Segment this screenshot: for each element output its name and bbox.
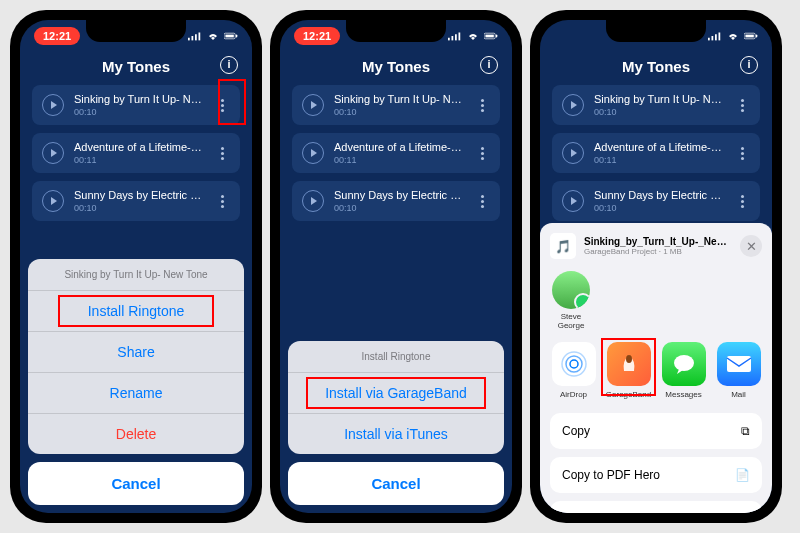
more-options-button[interactable] [734, 99, 750, 112]
install-via-garageband-option[interactable]: Install via GarageBand [288, 373, 504, 414]
action-sheet: Sinking by Turn It Up- New Tone Install … [20, 20, 252, 513]
phone-mockup-3: My Tones i Sinking by Turn It Up- New T.… [530, 10, 782, 523]
tone-item[interactable]: Sinking by Turn It Up- New T...00:10 [552, 85, 760, 125]
close-button[interactable]: ✕ [740, 235, 762, 257]
phone-mockup-1: 12:21 My Tones i Sinking by Turn It Up- … [10, 10, 262, 523]
action-sheet: Install Ringtone Install via GarageBand … [280, 20, 512, 513]
svg-rect-14 [708, 38, 710, 41]
mail-icon [717, 342, 761, 386]
cancel-button[interactable]: Cancel [288, 462, 504, 505]
page-title: My Tones [622, 58, 690, 75]
svg-point-21 [570, 360, 578, 368]
tone-item[interactable]: Sunny Days by Electric Moti...00:10 [552, 181, 760, 221]
pdf-icon: 📄 [735, 468, 750, 482]
tone-list: Sinking by Turn It Up- New T...00:10 Adv… [540, 85, 772, 229]
rename-option[interactable]: Rename [28, 373, 244, 414]
contact-name: Steve George [550, 312, 592, 330]
battery-icon [744, 31, 758, 41]
garageband-icon [607, 342, 651, 386]
folder-icon: 📁 [735, 512, 750, 513]
cancel-button[interactable]: Cancel [28, 462, 244, 505]
copy-icon: ⧉ [741, 424, 750, 438]
svg-rect-26 [727, 356, 751, 372]
sheet-title: Sinking by Turn It Up- New Tone [28, 259, 244, 291]
tone-item[interactable]: Adventure of a Lifetime- Ne...00:11 [552, 133, 760, 173]
wifi-icon [726, 31, 740, 41]
messages-icon [662, 342, 706, 386]
svg-point-22 [566, 356, 582, 372]
play-button[interactable] [562, 94, 584, 116]
svg-rect-19 [745, 35, 753, 38]
share-sheet: 🎵 Sinking_by_Turn_It_Up-_New_Tone Garage… [540, 223, 772, 513]
save-files-action[interactable]: Save to Files 📁 [550, 501, 762, 513]
airdrop-app[interactable]: AirDrop [550, 342, 597, 399]
play-button[interactable] [562, 190, 584, 212]
share-option[interactable]: Share [28, 332, 244, 373]
messages-app[interactable]: Messages [660, 342, 707, 399]
document-subtitle: GarageBand Project · 1 MB [584, 247, 732, 256]
contact-avatar [552, 271, 590, 309]
install-ringtone-option[interactable]: Install Ringtone [28, 291, 244, 332]
svg-rect-16 [715, 34, 717, 40]
share-contacts-row: Steve George [550, 271, 762, 330]
garageband-app[interactable]: GarageBand [605, 342, 652, 399]
delete-option[interactable]: Delete [28, 414, 244, 454]
copy-pdf-action[interactable]: Copy to PDF Hero 📄 [550, 457, 762, 493]
svg-rect-15 [712, 36, 714, 40]
phone-mockup-2: 12:21 My Tones i Sinking by Turn It Up- … [270, 10, 522, 523]
more-options-button[interactable] [734, 147, 750, 160]
svg-point-24 [626, 355, 632, 363]
copy-action[interactable]: Copy ⧉ [550, 413, 762, 449]
document-icon: 🎵 [550, 233, 576, 259]
contact-item[interactable]: Steve George [550, 271, 592, 330]
notch [86, 20, 186, 42]
signal-icon [708, 31, 722, 41]
mail-app[interactable]: Mail [715, 342, 762, 399]
sheet-title: Install Ringtone [288, 341, 504, 373]
more-options-button[interactable] [734, 195, 750, 208]
screen-header: My Tones i [540, 52, 772, 85]
install-via-itunes-option[interactable]: Install via iTunes [288, 414, 504, 454]
svg-point-25 [674, 355, 694, 371]
share-apps-row: AirDrop GarageBand Messages [550, 342, 762, 399]
notch [346, 20, 446, 42]
info-button[interactable]: i [740, 56, 758, 74]
document-title: Sinking_by_Turn_It_Up-_New_Tone [584, 236, 732, 247]
svg-rect-20 [756, 35, 757, 38]
play-button[interactable] [562, 142, 584, 164]
svg-rect-17 [719, 33, 721, 41]
notch [606, 20, 706, 42]
airdrop-icon [552, 342, 596, 386]
